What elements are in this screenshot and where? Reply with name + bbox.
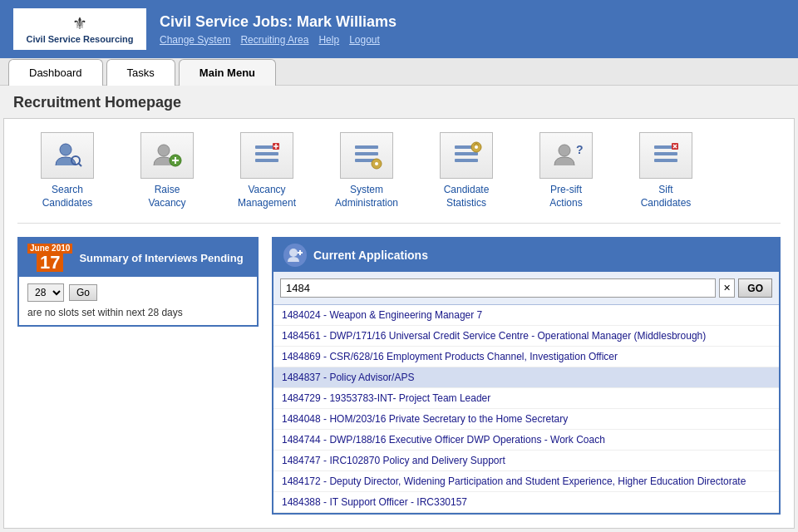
header-title: Civil Service Jobs: Mark Williams [160, 13, 397, 31]
svg-rect-9 [255, 159, 278, 162]
system-administration-label: SystemAdministration [335, 184, 398, 209]
list-item[interactable]: 1484729 - 19353783-INT- Project Team Lea… [273, 388, 779, 409]
date-badge-container: June 2010 17 [27, 244, 72, 272]
pre-sift-actions-label: Pre-siftActions [549, 184, 582, 209]
raise-vacancy-icon-box [140, 132, 194, 179]
sift-candidates-icon-item[interactable]: SiftCandidates [616, 132, 716, 209]
sift-candidates-icon [649, 139, 682, 172]
system-administration-icon-box [340, 132, 393, 179]
svg-point-3 [158, 145, 170, 156]
svg-rect-13 [355, 145, 378, 149]
help-link[interactable]: Help [318, 34, 339, 46]
recruiting-area-link[interactable]: Recruiting Area [240, 34, 308, 46]
candidate-statistics-label: CandidateStatistics [444, 184, 490, 209]
raise-vacancy-icon-item[interactable]: RaiseVacancy [117, 132, 217, 209]
sift-candidates-label: SiftCandidates [641, 184, 692, 209]
svg-rect-8 [255, 152, 278, 155]
raise-vacancy-label: RaiseVacancy [148, 184, 185, 209]
summary-text: are no slots set within next 28 days [27, 307, 249, 318]
summary-header: June 2010 17 Summary of Interviews Pendi… [19, 239, 257, 277]
svg-point-22 [475, 145, 478, 149]
svg-rect-20 [455, 159, 478, 162]
search-candidates-icon-item[interactable]: SearchCandidates [17, 132, 117, 209]
candidate-statistics-icon-item[interactable]: CandidateStatistics [416, 132, 516, 209]
raise-vacancy-icon [150, 139, 184, 172]
summary-title: Summary of Interviews Pending [79, 252, 243, 264]
vacancy-management-icon-item[interactable]: VacancyManagement [217, 132, 317, 209]
application-search-input[interactable] [280, 278, 716, 298]
summary-box: June 2010 17 Summary of Interviews Pendi… [17, 237, 259, 327]
svg-rect-19 [455, 152, 478, 155]
svg-point-23 [559, 145, 570, 156]
candidate-statistics-icon [450, 139, 483, 172]
sift-candidates-icon-box [639, 132, 692, 179]
pre-sift-actions-icon: ? [549, 139, 583, 172]
person-plus-small-icon [287, 247, 303, 264]
header-info: Civil Service Jobs: Mark Williams Change… [160, 13, 397, 46]
svg-text:?: ? [576, 143, 583, 156]
svg-line-2 [78, 163, 81, 166]
logo-text: Civil Service Resourcing [27, 33, 134, 45]
svg-rect-14 [355, 152, 378, 155]
search-candidates-icon-box [41, 132, 94, 179]
logout-link[interactable]: Logout [349, 34, 380, 46]
date-day-badge: 17 [37, 254, 63, 272]
search-bar: ✕ GO [273, 272, 779, 305]
list-item[interactable]: 1484869 - CSR/628/16 Employment Products… [273, 347, 779, 367]
list-item[interactable]: 1484744 - DWP/188/16 Executive Officer D… [273, 430, 779, 451]
applications-box: Current Applications ✕ GO 1484024 - Weap… [272, 237, 781, 515]
svg-point-17 [375, 162, 378, 165]
svg-rect-27 [654, 159, 677, 162]
applications-icon [283, 244, 307, 267]
svg-rect-26 [654, 152, 677, 155]
summary-controls: 28 7 14 21 Go [27, 283, 249, 302]
list-item[interactable]: 1484172 - Deputy Director, Widening Part… [273, 471, 779, 492]
search-candidates-icon [51, 139, 84, 172]
list-item[interactable]: 1484388 - IT Support Officer - IRC330157 [273, 492, 779, 513]
pre-sift-actions-icon-box: ? [539, 132, 593, 179]
logo: ⚜ Civil Service Resourcing [13, 8, 146, 50]
summary-go-button[interactable]: Go [69, 284, 97, 301]
svg-point-31 [289, 249, 298, 257]
crest-icon: ⚜ [72, 13, 87, 33]
applications-title: Current Applications [313, 249, 428, 262]
page-title: Recruitment Homepage [0, 86, 798, 118]
vacancy-management-icon [250, 139, 283, 172]
list-item[interactable]: 1484024 - Weapon & Engineering Manager 7 [273, 305, 779, 326]
svg-point-0 [60, 144, 71, 155]
pre-sift-actions-icon-item[interactable]: ? Pre-siftActions [516, 132, 616, 209]
list-item[interactable]: 1484747 - IRC102870 Policy and Delivery … [273, 451, 779, 471]
tab-tasks[interactable]: Tasks [106, 59, 175, 86]
search-clear-button[interactable]: ✕ [719, 278, 735, 298]
applications-header: Current Applications [273, 239, 779, 272]
header: ⚜ Civil Service Resourcing Civil Service… [0, 0, 798, 58]
search-go-button[interactable]: GO [738, 278, 772, 298]
summary-body: 28 7 14 21 Go are no slots set within ne… [19, 277, 257, 325]
header-links: Change System Recruiting Area Help Logou… [160, 34, 397, 46]
vacancy-management-icon-box [240, 132, 293, 179]
tabs: Dashboard Tasks Main Menu [0, 58, 798, 86]
candidate-statistics-icon-box [440, 132, 493, 179]
list-item[interactable]: 1484561 - DWP/171/16 Universal Credit Se… [273, 326, 779, 347]
system-administration-icon-item[interactable]: SystemAdministration [317, 132, 416, 209]
list-item[interactable]: 1484048 - HOM/203/16 Private Secretary t… [273, 409, 779, 430]
tab-dashboard[interactable]: Dashboard [8, 59, 103, 86]
system-administration-icon [350, 139, 383, 172]
tab-main-menu[interactable]: Main Menu [179, 59, 276, 86]
bottom-section: June 2010 17 Summary of Interviews Pendi… [17, 237, 781, 515]
icons-grid: SearchCandidates RaiseVacancy [17, 132, 781, 224]
list-item[interactable]: 1484837 - Policy Advisor/APS [273, 367, 779, 388]
application-list: 1484024 - Weapon & Engineering Manager 7… [273, 305, 779, 513]
search-candidates-label: SearchCandidates [42, 184, 93, 209]
change-system-link[interactable]: Change System [160, 34, 230, 46]
days-select[interactable]: 28 7 14 21 [27, 283, 64, 302]
vacancy-management-label: VacancyManagement [238, 184, 296, 209]
main-content: SearchCandidates RaiseVacancy [3, 118, 795, 529]
